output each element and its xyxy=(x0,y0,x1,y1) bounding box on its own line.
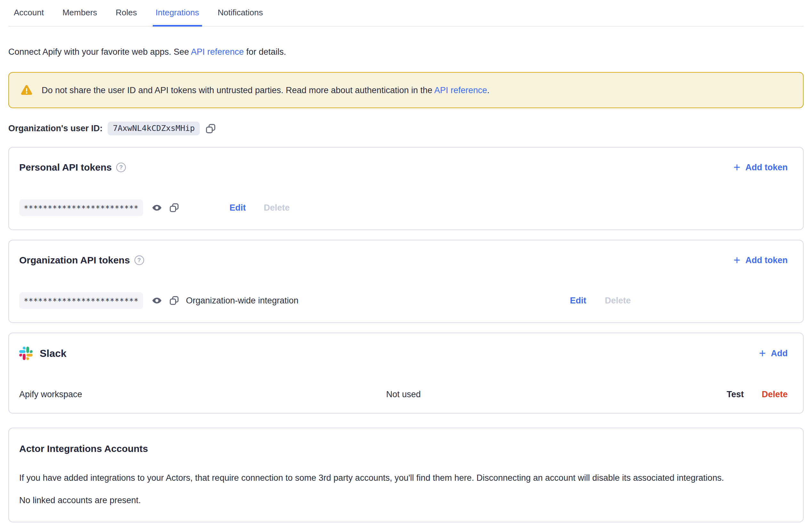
actor-integrations-title: Actor Integrations Accounts xyxy=(19,442,788,455)
personal-api-tokens-title: Personal API tokens xyxy=(19,161,112,174)
edit-token-button[interactable]: Edit xyxy=(570,296,586,306)
edit-token-button[interactable]: Edit xyxy=(230,203,246,213)
actor-integrations-empty-state: No linked accounts are present. xyxy=(19,495,788,506)
actor-integrations-card: Actor Integrations Accounts If you have … xyxy=(8,428,804,522)
slack-card: Slack + Add Apify workspace Not used Tes… xyxy=(8,332,804,414)
warning-text-before: Do not share the user ID and API tokens … xyxy=(42,86,434,95)
organization-api-tokens-title: Organization API tokens xyxy=(19,254,130,267)
org-user-id-label: Organization's user ID: xyxy=(8,124,103,133)
tab-roles[interactable]: Roles xyxy=(113,0,140,26)
warning-icon xyxy=(20,84,33,97)
help-icon[interactable]: ? xyxy=(116,163,126,172)
slack-title: Slack xyxy=(40,348,67,359)
personal-token-actions: Edit Delete xyxy=(179,203,290,213)
org-token-actions: Edit Delete xyxy=(570,296,631,306)
add-slack-button[interactable]: + Add xyxy=(759,348,788,359)
eye-icon[interactable] xyxy=(152,295,162,306)
masked-token-value: ************************ xyxy=(19,199,143,216)
plus-icon: + xyxy=(734,163,740,172)
add-org-token-button[interactable]: + Add token xyxy=(734,255,788,265)
slack-status: Not used xyxy=(386,390,421,399)
org-user-id-row: Organization's user ID: 7AxwNL4kCDZxsMHi… xyxy=(8,122,804,136)
slack-workspace-row: Apify workspace Not used Test Delete xyxy=(19,390,788,399)
add-token-button[interactable]: + Add token xyxy=(734,163,788,173)
settings-tabs: Account Members Roles Integrations Notif… xyxy=(8,0,804,26)
tab-notifications[interactable]: Notifications xyxy=(215,0,266,26)
org-user-id-value: 7AxwNL4kCDZxsMHip xyxy=(108,122,200,136)
tab-integrations[interactable]: Integrations xyxy=(153,0,202,26)
tab-members[interactable]: Members xyxy=(59,0,100,26)
test-slack-button[interactable]: Test xyxy=(726,390,744,399)
copy-icon[interactable] xyxy=(170,296,179,305)
intro-text: Connect Apify with your favorite web app… xyxy=(8,47,804,57)
personal-token-row: ************************ Edit Delete xyxy=(19,199,788,216)
personal-api-tokens-header: Personal API tokens ? + Add token xyxy=(19,161,788,174)
slack-header: Slack + Add xyxy=(19,347,788,360)
integrations-settings-page: Account Members Roles Integrations Notif… xyxy=(0,0,812,522)
slack-actions: Test Delete xyxy=(726,390,788,399)
organization-api-tokens-card: Organization API tokens ? + Add token **… xyxy=(8,240,804,323)
plus-icon: + xyxy=(759,349,765,358)
add-slack-label: Add xyxy=(771,348,788,359)
add-token-label: Add token xyxy=(745,163,788,173)
api-reference-link-warning[interactable]: API reference xyxy=(434,86,487,95)
delete-slack-button[interactable]: Delete xyxy=(762,390,788,399)
warning-banner: Do not share the user ID and API tokens … xyxy=(8,72,804,108)
intro-text-after: for details. xyxy=(244,47,286,57)
org-token-row: ************************ Organization-wi… xyxy=(19,292,788,309)
add-org-token-label: Add token xyxy=(745,255,788,265)
actor-integrations-description: If you have added integrations to your A… xyxy=(19,472,788,483)
organization-api-tokens-header: Organization API tokens ? + Add token xyxy=(19,254,788,267)
eye-icon[interactable] xyxy=(152,202,162,213)
intro-text-before: Connect Apify with your favorite web app… xyxy=(8,47,191,57)
copy-icon[interactable] xyxy=(206,124,216,134)
warning-text: Do not share the user ID and API tokens … xyxy=(42,85,490,96)
delete-token-button: Delete xyxy=(264,203,290,213)
help-icon[interactable]: ? xyxy=(135,255,144,265)
slack-workspace-name: Apify workspace xyxy=(19,390,386,399)
plus-icon: + xyxy=(734,256,740,264)
tab-account[interactable]: Account xyxy=(11,0,47,26)
warning-text-after: . xyxy=(487,86,490,95)
slack-logo-icon xyxy=(19,347,33,360)
masked-token-value: ************************ xyxy=(19,292,143,309)
copy-icon[interactable] xyxy=(170,203,179,213)
personal-api-tokens-card: Personal API tokens ? + Add token ******… xyxy=(8,147,804,230)
delete-token-button: Delete xyxy=(605,296,631,306)
api-reference-link[interactable]: API reference xyxy=(191,47,244,57)
org-token-description: Organization-wide integration xyxy=(186,296,298,306)
